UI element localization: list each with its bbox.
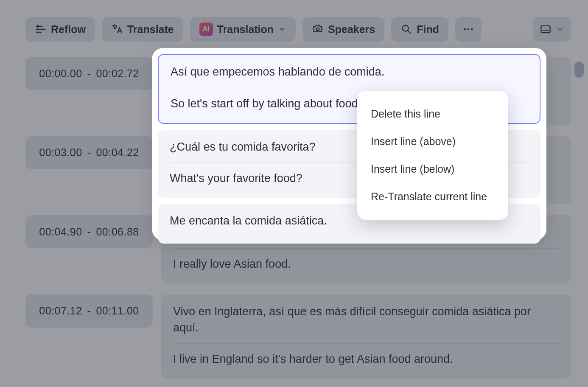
more-horizontal-icon (462, 23, 474, 35)
ai-badge-icon: AI (199, 22, 213, 36)
toolbar: Reflow Translate AI Translation Speakers (25, 17, 571, 42)
timecode-start: 00:03.00 (39, 146, 82, 159)
source-text[interactable]: Así que empecemos hablando de comida. (171, 64, 528, 88)
subtitle-view-icon (540, 23, 552, 35)
reflow-button[interactable]: Reflow (25, 17, 95, 42)
reflow-icon (35, 23, 47, 35)
menu-item-insert-above[interactable]: Insert line (above) (357, 128, 508, 155)
translation-label: Translation (217, 23, 274, 36)
timecode-end: 00:04.22 (96, 146, 139, 159)
target-text: I live in England so it's harder to get … (173, 351, 559, 367)
translate-label: Translate (127, 23, 174, 36)
timecode-dash: - (87, 226, 92, 238)
segment-row: 00:07.12 - 00:11.00 Vivo en Inglaterra, … (25, 294, 571, 379)
svg-point-4 (471, 28, 473, 31)
svg-point-0 (316, 28, 319, 31)
more-button[interactable] (455, 17, 482, 42)
target-text: I really love Asian food. (173, 256, 559, 272)
context-menu: Delete this line Insert line (above) Ins… (357, 91, 508, 220)
speakers-label: Speakers (328, 23, 375, 36)
svg-point-1 (403, 25, 409, 31)
timecode[interactable]: 00:03.00 - 00:04.22 (25, 136, 153, 169)
timecode-dash: - (87, 67, 92, 80)
divider (171, 88, 528, 88)
menu-item-retranslate[interactable]: Re-Translate current line (357, 183, 508, 210)
translate-icon (111, 23, 123, 35)
svg-point-3 (468, 28, 470, 31)
translation-dropdown[interactable]: AI Translation (190, 17, 296, 42)
timecode-dash: - (87, 146, 92, 159)
timecode-start: 00:04.90 (39, 226, 82, 238)
timecode[interactable]: 00:07.12 - 00:11.00 (25, 294, 153, 328)
chevron-down-icon (278, 25, 286, 34)
timecode[interactable]: 00:04.90 - 00:06.88 (25, 215, 153, 248)
svg-rect-5 (541, 26, 550, 33)
menu-item-delete-line[interactable]: Delete this line (357, 100, 508, 128)
speakers-button[interactable]: Speakers (302, 17, 384, 42)
find-label: Find (417, 23, 439, 36)
translate-button[interactable]: Translate (102, 17, 183, 42)
subtitle-card[interactable]: Vivo en Inglaterra, así que es más difíc… (161, 294, 571, 379)
timecode-end: 00:02.72 (96, 67, 139, 80)
speakers-icon (312, 23, 324, 35)
timecode-start: 00:07.12 (39, 305, 82, 317)
timecode-start: 00:00.00 (39, 67, 82, 80)
timecode-dash: - (87, 305, 92, 317)
reflow-label: Reflow (51, 23, 86, 36)
view-dropdown[interactable] (533, 17, 571, 42)
chevron-down-icon (556, 25, 564, 34)
timecode-end: 00:06.88 (96, 226, 139, 238)
search-icon (400, 23, 412, 35)
timecode-end: 00:11.00 (96, 305, 139, 317)
timecode[interactable]: 00:00.00 - 00:02.72 (25, 57, 153, 90)
svg-point-2 (464, 28, 466, 31)
scrollbar-thumb[interactable] (574, 62, 584, 78)
divider (173, 248, 559, 249)
source-text: Vivo en Inglaterra, así que es más difíc… (173, 304, 559, 344)
find-button[interactable]: Find (391, 17, 448, 42)
menu-item-insert-below[interactable]: Insert line (below) (357, 155, 508, 183)
divider (173, 343, 559, 344)
